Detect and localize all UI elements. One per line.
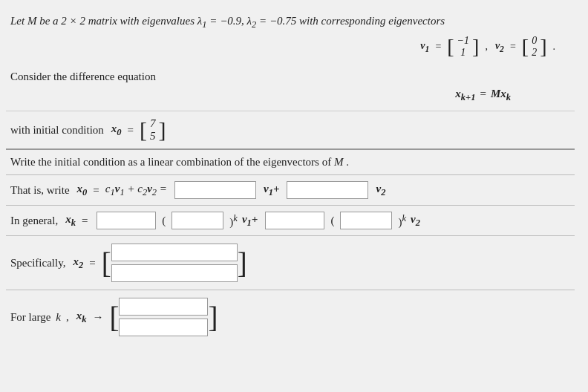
c2-input[interactable] [287,181,368,199]
linear-combo-line: That is, write x0 = c1v1 + c2v2 = v1+ v2 [10,181,570,199]
v1-top: −1 [457,35,469,47]
gen-input2[interactable] [172,212,223,229]
xk-large-label: xk [76,310,87,325]
gen-eq: = [82,215,88,227]
v2-top: 0 [532,35,537,47]
large-k-matrix: [ ] [109,298,218,336]
write-label: Write the initial condition as a linear … [10,156,331,168]
gen-paren2: ( [330,215,334,227]
initial-condition-line: with initial condition x0 = [ 7 5 ] [10,117,570,143]
gen-input3[interactable] [265,212,324,229]
c1v1c2v2: c1v1 + c2v2 = [105,183,167,198]
specifically-text: Specifically, [10,257,65,270]
large-k-comma: , [66,311,69,324]
large-k-bot-input[interactable] [119,318,208,336]
linear-combo-section: That is, write x0 = c1v1 + c2v2 = v1+ v2 [6,175,575,206]
header-section: Let M be a 2 × 2 matrix with eigenvalues… [6,9,575,63]
lc-eq1: = [93,184,99,197]
xk-gen-label: xk [65,213,76,229]
write-period: . [346,156,349,168]
v2-bot: 2 [532,47,537,59]
general-line: In general, xk = ( )k v1+ ( )k v2 [10,212,570,229]
k-var: k [56,311,61,324]
gen-paren2-close: )k [398,213,406,229]
ic-text: with initial condition [10,124,104,137]
specifically-section: Specifically, x2 = [ ] [6,236,575,290]
v1-matrix: [ −1 1 ] [447,35,479,59]
large-k-line: For large k , xk → [ ] [10,298,570,336]
period: . [553,41,556,53]
x2-matrix-input: [ ] [102,244,247,282]
c1-input[interactable] [174,181,256,199]
diff-eq-label: Consider the difference equation [10,71,156,83]
M-var: M [27,15,37,27]
large-k-arrow: → [92,311,103,324]
diff-eq-equals: = [480,88,486,103]
specifically-line: Specifically, x2 = [ ] [10,244,570,282]
initial-condition-section: with initial condition x0 = [ 7 5 ] [6,111,575,150]
v2-matrix: [ 0 2 ] [522,35,547,59]
x2-inputs [111,244,238,282]
v2-gen-label: v2 [411,213,420,229]
x0-lc-label: x0 [77,183,88,198]
gen-input1[interactable] [97,212,156,229]
header-line: Let M be a 2 × 2 matrix with eigenvalues… [10,15,570,30]
large-k-top-input[interactable] [119,298,208,316]
xk1-label: xk+1 [455,88,475,103]
comma: , [485,41,488,53]
write-M: M [334,156,344,168]
x0-label: x0 [111,122,122,138]
equals1: = [435,41,441,53]
diff-eq-section: Consider the difference equation xk+1 = … [6,63,575,111]
gen-paren1-close: )k [229,213,238,229]
Mxk-label: Mxk [491,88,511,103]
v1-lc-label: v1+ [264,183,279,198]
v1-bot: 1 [460,47,466,59]
gen-input4[interactable] [340,212,392,229]
intro-text: Let [10,15,24,27]
ic-equals: = [128,124,134,137]
v1-gen-label: v1+ [242,213,258,229]
equals2: = [510,41,516,53]
ic-top: 7 [150,117,156,130]
large-k-section: For large k , xk → [ ] [6,290,575,344]
large-k-inputs [119,298,208,336]
x2-label: x2 [73,255,83,271]
page: Let M be a 2 × 2 matrix with eigenvalues… [0,0,588,392]
eigenvectors-display: v1 = [ −1 1 ] , v2 = [ 0 2 ] . [10,33,570,59]
v2-label: v2 [495,40,504,54]
in-general-text: In general, [10,215,58,227]
be-text: be a 2 × 2 matrix with eigenvalues λ1 = … [39,15,445,27]
x2-top-input[interactable] [111,244,238,261]
header-text: Let M be a 2 × 2 matrix with eigenvalues… [10,15,570,30]
write-section: Write the initial condition as a linear … [6,150,575,175]
diff-eq-formula: xk+1 = Mxk [10,88,570,103]
general-section: In general, xk = ( )k v1+ ( )k v2 [6,206,575,236]
gen-paren1: ( [162,215,166,227]
for-large-text: For large [10,311,50,324]
ic-matrix: [ 7 5 ] [140,117,166,143]
x2-bot-input[interactable] [111,264,238,282]
v1-label: v1 [420,40,429,54]
spec-eq: = [89,257,95,270]
that-is-text: That is, write [10,184,70,197]
v2-lc-label: v2 [376,183,385,198]
ic-bot: 5 [150,130,156,143]
diff-eq-label-line: Consider the difference equation [10,71,570,83]
